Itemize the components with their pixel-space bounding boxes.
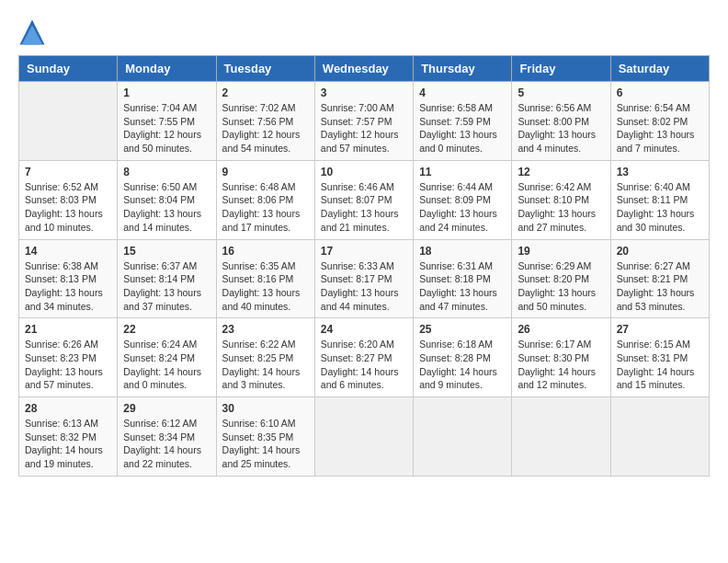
calendar-cell — [314, 397, 413, 477]
calendar-week-row: 7Sunrise: 6:52 AMSunset: 8:03 PMDaylight… — [19, 160, 710, 239]
weekday-header-wednesday: Wednesday — [314, 56, 413, 82]
cell-content: Sunrise: 6:17 AMSunset: 8:30 PMDaylight:… — [518, 338, 604, 392]
calendar-week-row: 1Sunrise: 7:04 AMSunset: 7:55 PMDaylight… — [19, 82, 710, 161]
weekday-header-monday: Monday — [118, 56, 216, 82]
calendar-cell: 21Sunrise: 6:26 AMSunset: 8:23 PMDayligh… — [19, 318, 118, 397]
calendar-week-row: 28Sunrise: 6:13 AMSunset: 8:32 PMDayligh… — [19, 397, 710, 477]
cell-content: Sunrise: 6:54 AMSunset: 8:02 PMDaylight:… — [617, 101, 703, 155]
day-number: 17 — [321, 245, 407, 258]
day-number: 28 — [25, 402, 111, 415]
logo — [18, 18, 48, 46]
calendar-cell: 24Sunrise: 6:20 AMSunset: 8:27 PMDayligh… — [314, 318, 413, 397]
day-number: 4 — [419, 86, 506, 99]
day-number: 2 — [222, 86, 309, 99]
calendar-cell: 18Sunrise: 6:31 AMSunset: 8:18 PMDayligh… — [414, 239, 512, 318]
calendar-cell — [414, 397, 512, 477]
cell-content: Sunrise: 6:22 AMSunset: 8:25 PMDaylight:… — [222, 338, 309, 392]
cell-content: Sunrise: 7:00 AMSunset: 7:57 PMDaylight:… — [321, 101, 407, 155]
cell-content: Sunrise: 6:27 AMSunset: 8:21 PMDaylight:… — [617, 259, 703, 314]
day-number: 6 — [617, 86, 703, 99]
calendar-header-row: SundayMondayTuesdayWednesdayThursdayFrid… — [19, 56, 710, 82]
cell-content: Sunrise: 6:26 AMSunset: 8:23 PMDaylight:… — [25, 338, 111, 392]
calendar-cell: 7Sunrise: 6:52 AMSunset: 8:03 PMDaylight… — [19, 160, 118, 239]
logo-icon — [18, 18, 46, 46]
calendar-cell: 22Sunrise: 6:24 AMSunset: 8:24 PMDayligh… — [118, 318, 216, 397]
calendar-cell: 13Sunrise: 6:40 AMSunset: 8:11 PMDayligh… — [610, 160, 709, 239]
calendar-cell: 16Sunrise: 6:35 AMSunset: 8:16 PMDayligh… — [216, 239, 314, 318]
day-number: 14 — [25, 245, 111, 258]
weekday-header-saturday: Saturday — [610, 56, 709, 82]
calendar-cell: 8Sunrise: 6:50 AMSunset: 8:04 PMDaylight… — [118, 160, 216, 239]
calendar-cell: 4Sunrise: 6:58 AMSunset: 7:59 PMDaylight… — [414, 82, 512, 161]
day-number: 9 — [222, 166, 309, 178]
page-header — [18, 18, 710, 46]
day-number: 20 — [617, 245, 703, 258]
day-number: 24 — [321, 323, 407, 336]
calendar-cell: 25Sunrise: 6:18 AMSunset: 8:28 PMDayligh… — [414, 318, 512, 397]
cell-content: Sunrise: 6:38 AMSunset: 8:13 PMDaylight:… — [25, 259, 111, 314]
day-number: 22 — [123, 323, 210, 336]
cell-content: Sunrise: 6:40 AMSunset: 8:11 PMDaylight:… — [617, 180, 703, 235]
calendar-cell — [19, 82, 118, 161]
day-number: 5 — [518, 86, 604, 99]
cell-content: Sunrise: 6:33 AMSunset: 8:17 PMDaylight:… — [321, 259, 407, 314]
calendar-cell: 10Sunrise: 6:46 AMSunset: 8:07 PMDayligh… — [314, 160, 413, 239]
calendar-week-row: 14Sunrise: 6:38 AMSunset: 8:13 PMDayligh… — [19, 239, 710, 318]
cell-content: Sunrise: 6:18 AMSunset: 8:28 PMDaylight:… — [419, 338, 506, 392]
calendar-cell: 3Sunrise: 7:00 AMSunset: 7:57 PMDaylight… — [314, 82, 413, 161]
day-number: 1 — [123, 86, 210, 99]
calendar-cell: 9Sunrise: 6:48 AMSunset: 8:06 PMDaylight… — [216, 160, 314, 239]
calendar-cell: 23Sunrise: 6:22 AMSunset: 8:25 PMDayligh… — [216, 318, 314, 397]
cell-content: Sunrise: 6:58 AMSunset: 7:59 PMDaylight:… — [419, 101, 506, 155]
cell-content: Sunrise: 6:35 AMSunset: 8:16 PMDaylight:… — [222, 259, 309, 314]
calendar-cell: 20Sunrise: 6:27 AMSunset: 8:21 PMDayligh… — [610, 239, 709, 318]
cell-content: Sunrise: 6:42 AMSunset: 8:10 PMDaylight:… — [518, 180, 604, 235]
day-number: 26 — [518, 323, 604, 336]
day-number: 30 — [222, 402, 309, 415]
day-number: 13 — [617, 166, 703, 178]
day-number: 15 — [123, 245, 210, 258]
day-number: 7 — [25, 166, 111, 178]
calendar-cell: 11Sunrise: 6:44 AMSunset: 8:09 PMDayligh… — [414, 160, 512, 239]
cell-content: Sunrise: 6:24 AMSunset: 8:24 PMDaylight:… — [123, 338, 210, 392]
cell-content: Sunrise: 6:46 AMSunset: 8:07 PMDaylight:… — [321, 180, 407, 235]
day-number: 23 — [222, 323, 309, 336]
weekday-header-thursday: Thursday — [414, 56, 512, 82]
calendar-cell: 26Sunrise: 6:17 AMSunset: 8:30 PMDayligh… — [512, 318, 610, 397]
day-number: 12 — [518, 166, 604, 178]
day-number: 29 — [123, 402, 210, 415]
cell-content: Sunrise: 6:37 AMSunset: 8:14 PMDaylight:… — [123, 259, 210, 314]
cell-content: Sunrise: 6:13 AMSunset: 8:32 PMDaylight:… — [25, 417, 111, 471]
day-number: 21 — [25, 323, 111, 336]
calendar-week-row: 21Sunrise: 6:26 AMSunset: 8:23 PMDayligh… — [19, 318, 710, 397]
cell-content: Sunrise: 6:29 AMSunset: 8:20 PMDaylight:… — [518, 259, 604, 314]
calendar-cell: 28Sunrise: 6:13 AMSunset: 8:32 PMDayligh… — [19, 397, 118, 477]
day-number: 18 — [419, 245, 506, 258]
cell-content: Sunrise: 6:52 AMSunset: 8:03 PMDaylight:… — [25, 180, 111, 235]
calendar-cell — [512, 397, 610, 477]
calendar-cell: 1Sunrise: 7:04 AMSunset: 7:55 PMDaylight… — [118, 82, 216, 161]
day-number: 3 — [321, 86, 407, 99]
calendar-cell: 2Sunrise: 7:02 AMSunset: 7:56 PMDaylight… — [216, 82, 314, 161]
cell-content: Sunrise: 6:50 AMSunset: 8:04 PMDaylight:… — [123, 180, 210, 235]
day-number: 10 — [321, 166, 407, 178]
calendar-cell: 6Sunrise: 6:54 AMSunset: 8:02 PMDaylight… — [610, 82, 709, 161]
day-number: 8 — [123, 166, 210, 178]
calendar-cell: 14Sunrise: 6:38 AMSunset: 8:13 PMDayligh… — [19, 239, 118, 318]
cell-content: Sunrise: 6:10 AMSunset: 8:35 PMDaylight:… — [222, 417, 309, 471]
cell-content: Sunrise: 7:02 AMSunset: 7:56 PMDaylight:… — [222, 101, 309, 155]
day-number: 16 — [222, 245, 309, 258]
day-number: 19 — [518, 245, 604, 258]
cell-content: Sunrise: 6:12 AMSunset: 8:34 PMDaylight:… — [123, 417, 210, 471]
weekday-header-sunday: Sunday — [19, 56, 118, 82]
cell-content: Sunrise: 6:56 AMSunset: 8:00 PMDaylight:… — [518, 101, 604, 155]
calendar-cell: 17Sunrise: 6:33 AMSunset: 8:17 PMDayligh… — [314, 239, 413, 318]
weekday-header-friday: Friday — [512, 56, 610, 82]
day-number: 27 — [617, 323, 703, 336]
calendar-cell — [610, 397, 709, 477]
calendar-cell: 29Sunrise: 6:12 AMSunset: 8:34 PMDayligh… — [118, 397, 216, 477]
calendar-cell: 12Sunrise: 6:42 AMSunset: 8:10 PMDayligh… — [512, 160, 610, 239]
cell-content: Sunrise: 7:04 AMSunset: 7:55 PMDaylight:… — [123, 101, 210, 155]
cell-content: Sunrise: 6:48 AMSunset: 8:06 PMDaylight:… — [222, 180, 309, 235]
cell-content: Sunrise: 6:15 AMSunset: 8:31 PMDaylight:… — [617, 338, 703, 392]
